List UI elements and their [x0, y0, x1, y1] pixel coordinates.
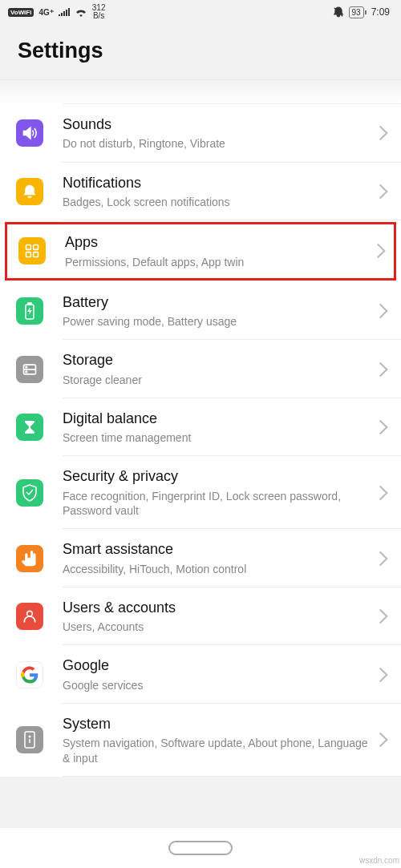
row-google[interactable]: Google Google services: [0, 645, 401, 704]
clock: 7:09: [371, 6, 390, 18]
row-title: Notifications: [63, 174, 372, 192]
hand-icon: [16, 545, 43, 572]
row-digital-balance[interactable]: Digital balance Screen time management: [0, 398, 401, 457]
row-notifications[interactable]: Notifications Badges, Lock screen notifi…: [0, 163, 401, 221]
row-subtitle: Screen time management: [63, 430, 372, 445]
chevron-right-icon: [379, 608, 388, 624]
row-title: System: [63, 715, 372, 733]
watermark: wsxdn.com: [359, 856, 399, 865]
network-speed: 312 B/s: [92, 4, 106, 20]
svg-rect-2: [26, 252, 31, 257]
svg-point-12: [29, 737, 30, 738]
storage-icon: [16, 356, 43, 383]
row-title: Storage: [63, 351, 372, 369]
google-icon: [16, 661, 43, 688]
bell-icon: [16, 178, 43, 205]
page-header: Settings: [0, 24, 401, 80]
row-users[interactable]: Users & accounts Users, Accounts: [0, 587, 401, 646]
svg-rect-0: [26, 245, 31, 250]
row-subtitle: Storage cleaner: [63, 373, 372, 387]
row-sounds[interactable]: Sounds Do not disturb, Ringtone, Vibrate: [0, 104, 401, 163]
status-bar: VoWiFi 4G⁺ 312 B/s 93 7:09: [0, 0, 401, 24]
row-battery[interactable]: Battery Power saving mode, Battery usage: [0, 282, 401, 341]
row-subtitle: Power saving mode, Battery usage: [63, 314, 372, 329]
partial-row[interactable]: [0, 80, 401, 104]
wifi-icon: [75, 7, 87, 17]
svg-point-10: [27, 611, 33, 616]
row-subtitle: System navigation, Software update, Abou…: [63, 736, 372, 765]
chevron-right-icon: [379, 361, 388, 377]
chevron-right-icon: [379, 551, 388, 567]
row-subtitle: Accessibility, HiTouch, Motion control: [63, 562, 372, 576]
phone-info-icon: [16, 726, 43, 753]
row-title: Sounds: [63, 115, 372, 134]
battery-indicator: 93: [349, 6, 367, 18]
chevron-right-icon: [379, 184, 388, 200]
row-smart-assistance[interactable]: Smart assistance Accessibility, HiTouch,…: [0, 529, 401, 587]
row-title: Security & privacy: [63, 467, 372, 486]
page-title: Settings: [18, 38, 383, 63]
row-title: Users & accounts: [63, 599, 372, 617]
signal-icon: [59, 8, 70, 16]
mute-icon: [333, 6, 344, 18]
vowifi-badge: VoWiFi: [8, 8, 34, 17]
row-title: Google: [63, 656, 372, 675]
battery-icon: [16, 297, 43, 325]
row-title: Smart assistance: [63, 540, 372, 559]
chevron-right-icon: [379, 485, 388, 501]
row-subtitle: Google services: [63, 678, 372, 692]
svg-rect-5: [28, 303, 31, 305]
network-4g-indicator: 4G⁺: [38, 8, 53, 17]
sound-icon: [16, 119, 43, 147]
row-subtitle: Users, Accounts: [63, 620, 372, 634]
row-subtitle: Do not disturb, Ringtone, Vibrate: [63, 136, 372, 151]
row-storage[interactable]: Storage Storage cleaner: [0, 340, 401, 398]
apps-icon: [18, 237, 46, 264]
chevron-right-icon: [376, 243, 386, 259]
navigation-bar: [0, 828, 401, 868]
svg-point-8: [26, 366, 27, 368]
svg-rect-1: [34, 245, 38, 250]
svg-point-9: [26, 371, 27, 373]
home-pill-button[interactable]: [168, 841, 233, 855]
row-title: Apps: [65, 233, 370, 252]
row-subtitle: Permissions, Default apps, App twin: [65, 255, 370, 269]
shield-icon: [16, 479, 43, 507]
row-title: Digital balance: [63, 410, 372, 428]
settings-list: Sounds Do not disturb, Ringtone, Vibrate…: [0, 80, 401, 777]
row-subtitle: Face recognition, Fingerprint ID, Lock s…: [63, 489, 372, 518]
user-icon: [16, 603, 43, 630]
chevron-right-icon: [379, 303, 388, 319]
row-subtitle: Badges, Lock screen notifications: [63, 195, 372, 209]
chevron-right-icon: [379, 667, 388, 683]
hourglass-icon: [16, 414, 43, 441]
row-system[interactable]: System System navigation, Software updat…: [0, 704, 401, 777]
row-title: Battery: [63, 293, 372, 312]
row-security[interactable]: Security & privacy Face recognition, Fin…: [0, 456, 401, 529]
svg-rect-3: [34, 252, 38, 257]
chevron-right-icon: [379, 732, 388, 748]
chevron-right-icon: [379, 419, 388, 435]
chevron-right-icon: [379, 125, 388, 141]
row-apps[interactable]: Apps Permissions, Default apps, App twin: [5, 222, 396, 281]
